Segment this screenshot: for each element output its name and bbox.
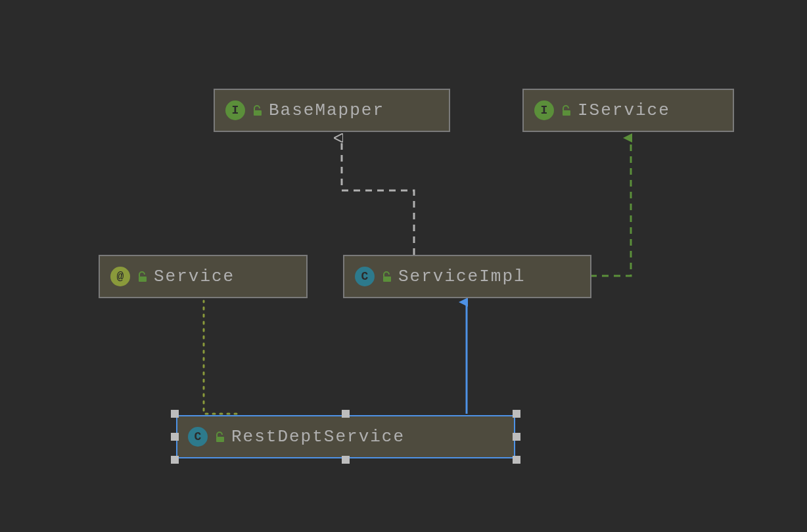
node-basemapper[interactable]: I BaseMapper — [214, 89, 450, 132]
node-serviceimpl[interactable]: C ServiceImpl — [343, 255, 591, 298]
unlock-icon — [214, 432, 225, 442]
node-restdeptservice[interactable]: C RestDeptService — [176, 415, 515, 458]
svg-rect-2 — [139, 277, 147, 282]
node-label: IService — [578, 100, 670, 120]
node-label: BaseMapper — [269, 100, 384, 120]
svg-rect-0 — [254, 110, 262, 116]
selection-handle-e[interactable] — [513, 433, 520, 441]
unlock-icon — [137, 271, 147, 282]
interface-icon: I — [225, 100, 245, 120]
class-icon: C — [355, 267, 375, 286]
unlock-icon — [381, 271, 392, 282]
interface-icon: I — [534, 100, 554, 120]
selection-handle-w[interactable] — [171, 433, 179, 441]
selection-handle-n[interactable] — [342, 410, 350, 418]
edge-serviceimpl-basemapper — [342, 138, 414, 255]
unlock-icon — [561, 105, 571, 116]
node-label: ServiceImpl — [398, 267, 526, 286]
diagram-canvas[interactable]: I BaseMapper I IService @ Service — [0, 0, 807, 532]
node-service-annotation[interactable]: @ Service — [99, 255, 308, 298]
svg-rect-4 — [216, 437, 224, 442]
annotation-icon: @ — [110, 267, 130, 286]
node-iservice[interactable]: I IService — [522, 89, 734, 132]
svg-rect-3 — [383, 277, 391, 282]
node-label: Service — [154, 267, 235, 286]
class-icon: C — [188, 427, 208, 447]
selection-handle-se[interactable] — [513, 456, 520, 464]
edge-serviceimpl-iservice — [590, 138, 631, 276]
svg-rect-1 — [563, 110, 570, 116]
selection-handle-ne[interactable] — [513, 410, 520, 418]
selection-handle-s[interactable] — [342, 456, 350, 464]
unlock-icon — [252, 105, 262, 116]
selection-handle-sw[interactable] — [171, 456, 179, 464]
edge-restdept-service-annotation — [204, 301, 237, 414]
node-label: RestDeptService — [231, 427, 405, 447]
selection-handle-nw[interactable] — [171, 410, 179, 418]
